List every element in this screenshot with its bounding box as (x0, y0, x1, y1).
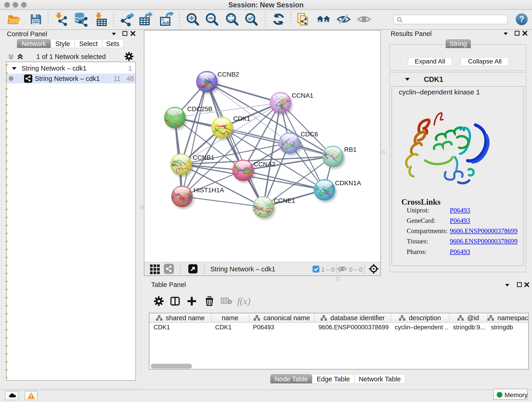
svg-text:CDC25B: CDC25B (187, 105, 212, 113)
svg-text:CDC6: CDC6 (301, 131, 318, 138)
svg-text:CCNB2: CCNB2 (217, 71, 239, 78)
svg-text:HIST1H1A: HIST1H1A (193, 186, 224, 194)
svg-text:CCNB1: CCNB1 (193, 154, 215, 161)
svg-text:CCNA1: CCNA1 (292, 92, 313, 99)
svg-text:CDKN1A: CDKN1A (335, 179, 361, 186)
svg-text:CCNE1: CCNE1 (273, 197, 295, 204)
svg-text:RB1: RB1 (344, 146, 356, 153)
svg-text:CDK1: CDK1 (233, 115, 250, 122)
svg-text:CCNA2: CCNA2 (254, 161, 275, 168)
